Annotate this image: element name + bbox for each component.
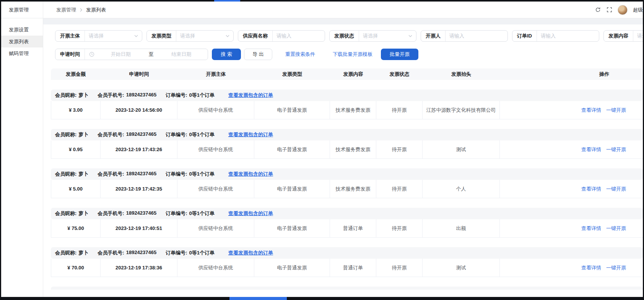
member-nickname: 会员昵称: 萝卜 [55,92,88,99]
amount-cell: ¥ 0.95 [51,140,101,158]
download-template-link[interactable]: 下载批量开票模板 [333,51,372,58]
filter-field-input[interactable]: 请输入 [446,33,507,39]
chevron-down-icon [134,35,138,37]
invoice-title-cell: 出额 [423,219,500,237]
invoice-group: 会员昵称: 萝卜 会员手机号: 18924237465 订单编号: 0等1个订单… [51,208,643,238]
operations-cell: 查看详情一键开票 [500,180,643,198]
member-phone: 会员手机号: 18924237465 [98,210,156,217]
invoice-status-cell: 待开票 [376,219,423,237]
filter-field[interactable]: 供应商名称 请输入 [238,30,325,42]
column-header-operations: 操作 [500,71,643,78]
invoice-content-cell: 技术服务费发票 [330,101,376,119]
filter-field[interactable]: 订单ID 请输入 [512,30,599,42]
column-header-invoice-status: 发票状态 [376,71,423,78]
view-detail-link[interactable]: 查看详情 [581,225,601,232]
member-nickname: 会员昵称: 萝卜 [55,171,88,178]
order-number-label: 订单编号: [166,131,187,138]
invoice-content-cell: 技术服务费发票 [330,180,376,198]
user-name[interactable]: 超级管理员 [633,7,643,13]
one-click-invoice-link[interactable]: 一键开票 [606,264,626,271]
apply-time-cell: 2023-12-19 17:38:36 [101,259,177,277]
filter-field-input[interactable]: 请选择 [633,33,644,39]
member-phone-label: 会员手机号: [98,171,124,178]
invoice-status-cell: 待开票 [376,180,423,198]
member-phone-value: 18924237465 [126,210,157,217]
filter-field-input[interactable]: 请选择 [359,33,408,39]
filter-field-label: 订单ID [512,33,537,39]
start-date-input[interactable]: 开始日期 [94,51,147,58]
breadcrumb: 发票管理 发票列表 [56,7,106,13]
filter-field[interactable]: 开票人 请输入 [421,30,508,42]
fullscreen-icon[interactable] [606,7,612,13]
one-click-invoice-link[interactable]: 一键开票 [606,107,626,114]
filter-field[interactable]: 发票类型 请选择 [146,30,234,42]
view-detail-link[interactable]: 查看详情 [581,264,601,271]
column-header-amount: 发票金额 [51,71,101,78]
order-number: 订单编号: 0等1个订单 [166,131,215,138]
operations-cell: 查看详情一键开票 [500,140,643,158]
member-nickname: 会员昵称: 萝卜 [55,210,88,217]
filter-field-input[interactable]: 请输入 [537,33,599,39]
view-included-orders-link[interactable]: 查看发票包含的订单 [228,171,273,178]
subject-cell: 供应链中台系统 [177,180,254,198]
order-number-value: 0等1个订单 [189,92,215,99]
member-phone-value: 18924237465 [126,92,157,99]
filter-field-input[interactable]: 请选择 [176,33,226,39]
end-date-input[interactable]: 结束日期 [155,51,208,58]
filter-field-input[interactable]: 请选择 [85,33,134,39]
export-button[interactable]: 导 出 [244,49,272,60]
filter-field-label: 开票人 [421,33,445,39]
view-included-orders-link[interactable]: 查看发票包含的订单 [228,210,273,217]
invoice-status-cell: 待开票 [376,140,423,158]
invoice-status-cell: 待开票 [376,101,423,119]
member-phone: 会员手机号: 18924237465 [98,171,156,178]
member-phone-label: 会员手机号: [98,249,124,256]
one-click-invoice-link[interactable]: 一键开票 [606,186,626,192]
member-nickname-label: 会员昵称: [55,249,76,256]
filter-field[interactable]: 发票状态 请选择 [329,30,416,42]
operations-cell: 查看详情一键开票 [500,219,643,237]
invoice-title-cell: 测试 [423,259,500,277]
chevron-right-icon [80,8,83,12]
column-header-apply-time: 申请时间 [101,71,177,78]
frame-top-bar [0,0,644,2]
order-number-value: 0等1个订单 [189,171,215,178]
main-area: 发票管理 发票列表 超级管理员 开票主体 请 [43,2,643,297]
view-included-orders-link[interactable]: 查看发票包含的订单 [228,131,273,138]
subject-cell: 供应链中台系统 [177,140,254,158]
refresh-icon[interactable] [595,7,601,13]
one-click-invoice-link[interactable]: 一键开票 [606,225,626,232]
sidebar-item[interactable]: 赋码管理 [1,47,43,59]
apply-time-range-field[interactable]: 申请时间 开始日期 至 结束日期 [55,49,208,60]
filter-field-label: 发票类型 [147,33,176,39]
apply-time-label: 申请时间 [55,51,85,58]
invoice-group: 会员昵称: 萝卜 会员手机号: 18924237465 订单编号: 0等1个订单… [51,168,643,198]
member-phone-value: 18924237465 [126,171,157,178]
view-detail-link[interactable]: 查看详情 [581,107,601,114]
breadcrumb-item[interactable]: 发票管理 [56,7,76,13]
column-header-subject: 开票主体 [177,71,254,78]
reset-filters-link[interactable]: 重置搜索条件 [285,51,315,58]
one-click-invoice-link[interactable]: 一键开票 [606,146,626,153]
member-phone-value: 18924237465 [126,131,157,138]
filter-field[interactable]: 发票内容 请选择 [603,30,644,42]
view-included-orders-link[interactable]: 查看发票包含的订单 [228,92,273,99]
filter-field-input[interactable]: 请输入 [273,33,325,39]
view-detail-link[interactable]: 查看详情 [581,146,601,153]
filter-field[interactable]: 开票主体 请选择 [55,30,142,42]
sidebar-item[interactable]: 发票设置 [1,24,43,36]
view-detail-link[interactable]: 查看详情 [581,186,601,192]
order-number-label: 订单编号: [166,249,187,256]
table-header-row: 发票金额申请时间开票主体发票类型发票内容发票状态发票抬头操作 [51,68,643,80]
user-avatar[interactable] [618,5,628,15]
content-gap [43,18,643,24]
order-number-label: 订单编号: [166,171,187,178]
member-phone-value: 18924237465 [126,249,157,256]
view-included-orders-link[interactable]: 查看发票包含的订单 [228,249,273,256]
table-body: 会员昵称: 萝卜 会员手机号: 18924237465 订单编号: 0等1个订单… [51,90,643,277]
order-number-value: 0等1个订单 [189,249,215,256]
search-button[interactable]: 搜 索 [212,49,241,60]
batch-invoice-button[interactable]: 批量开票 [381,49,418,60]
sidebar-item[interactable]: 发票列表 [1,36,43,47]
invoice-title-cell: 江苏中源数字文化科技有限公司 [423,101,500,119]
